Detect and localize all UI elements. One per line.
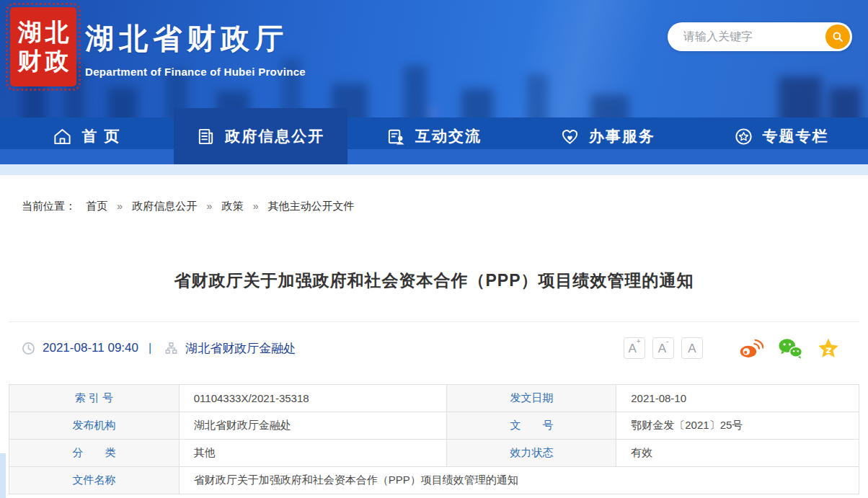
file-name-value: 省财政厅关于加强政府和社会资本合作（PPP）项目绩效管理的通知 (179, 467, 859, 494)
publish-time: 2021-08-11 09:40 (43, 341, 138, 355)
issuing-agency-label: 发布机构 (9, 412, 180, 440)
index-number-label: 索 引 号 (9, 385, 180, 412)
share-icons (725, 337, 840, 359)
breadcrumb-other-docs[interactable]: 其他主动公开文件 (268, 200, 355, 212)
content-area: 当前位置： 首页 » 政府信息公开 » 政策 » 其他主动公开文件 省财政厅关于… (0, 175, 868, 498)
heart-icon (560, 127, 580, 146)
nav-item-label: 专题专栏 (763, 126, 829, 146)
page-edge-decoration (0, 453, 6, 498)
breadcrumb-separator: » (206, 200, 212, 212)
table-row: 发布机构 湖北省财政厅金融处 文 号 鄂财金发〔2021〕25号 (9, 412, 859, 440)
nav-item-label: 互动交流 (415, 126, 482, 146)
font-reset-button[interactable]: A (681, 337, 703, 359)
wechat-share-icon[interactable] (778, 337, 802, 359)
site-logo-seal: 湖北 财政 (10, 7, 76, 86)
site-header: 湖北 财政 湖北省财政厅 Department of Finance of Hu… (0, 0, 868, 117)
weibo-share-icon[interactable] (739, 337, 763, 359)
breadcrumb: 当前位置： 首页 » 政府信息公开 » 政策 » 其他主动公开文件 (22, 200, 361, 213)
home-icon (53, 127, 72, 146)
article-source: 湖北省财政厅金融处 (185, 340, 296, 357)
search-button[interactable] (825, 25, 850, 49)
search-icon (831, 30, 844, 43)
title-divider (9, 321, 859, 322)
nav-item-home[interactable]: 首 页 (0, 108, 174, 164)
font-increase-button[interactable]: A+ (624, 337, 645, 359)
nav-item-label: 政府信息公开 (225, 126, 324, 146)
breadcrumb-policy[interactable]: 政策 (221, 200, 243, 212)
issue-date-label: 发文日期 (447, 385, 616, 412)
nav-item-gov-info[interactable]: 政府信息公开 (174, 108, 347, 164)
table-row: 分 类 其他 效力状态 有效 (9, 440, 859, 467)
breadcrumb-home[interactable]: 首页 (86, 200, 107, 212)
header-bottom-strip (0, 164, 868, 175)
qzone-share-icon[interactable] (817, 337, 840, 359)
article-meta-right: A+ A- A (616, 337, 840, 359)
article-meta-left: 2021-08-11 09:40 | 湖北省财政厅金融处 (22, 340, 296, 357)
issuing-agency-value: 湖北省财政厅金融处 (179, 412, 447, 440)
font-decrease-button[interactable]: A- (652, 337, 674, 359)
document-info-table: 索 引 号 01104333X/2021-35318 发文日期 2021-08-… (9, 384, 859, 494)
validity-status-value: 有效 (616, 440, 859, 467)
file-name-label: 文件名称 (9, 467, 180, 494)
sitemap-icon (164, 342, 178, 355)
meta-separator: | (149, 342, 151, 355)
seal-text-line2: 财政 (14, 48, 73, 74)
seal-text-line1: 湖北 (14, 19, 73, 45)
site-title-block: 湖北省财政厅 Department of Finance of Hubei Pr… (85, 19, 306, 78)
index-number-value: 01104333X/2021-35318 (179, 385, 447, 412)
document-number-label: 文 号 (447, 412, 616, 440)
breadcrumb-separator: » (117, 200, 123, 212)
nav-items: 首 页 政府信息公开 (0, 108, 868, 164)
nav-item-interaction[interactable]: 互动交流 (347, 108, 521, 164)
nav-item-services[interactable]: 办事服务 (521, 108, 694, 164)
validity-status-label: 效力状态 (447, 440, 616, 467)
interaction-icon (386, 127, 406, 146)
star-circle-icon (734, 127, 753, 146)
article-title: 省财政厅关于加强政府和社会资本合作（PPP）项目绩效管理的通知 (0, 270, 868, 292)
document-number-value: 鄂财金发〔2021〕25号 (616, 412, 859, 440)
nav-item-topics[interactable]: 专题专栏 (694, 108, 868, 164)
nav-item-label: 办事服务 (589, 126, 655, 146)
issue-date-value: 2021-08-10 (616, 385, 859, 412)
breadcrumb-separator: » (253, 200, 259, 212)
newspaper-icon (196, 127, 216, 146)
site-subtitle: Department of Finance of Hubei Province (85, 66, 306, 78)
breadcrumb-prefix: 当前位置： (22, 200, 76, 212)
page: 湖北 财政 湖北省财政厅 Department of Finance of Hu… (0, 0, 868, 498)
clock-icon (22, 342, 35, 355)
site-title: 湖北省财政厅 (85, 19, 306, 58)
main-nav: 首 页 政府信息公开 (0, 108, 868, 164)
table-row: 索 引 号 01104333X/2021-35318 发文日期 2021-08-… (9, 385, 859, 412)
article-meta-row: 2021-08-11 09:40 | 湖北省财政厅金融处 A+ A- A (22, 332, 840, 364)
nav-item-label: 首 页 (81, 126, 120, 146)
category-value: 其他 (179, 440, 447, 467)
category-label: 分 类 (9, 440, 180, 467)
search-box (668, 22, 852, 51)
table-row: 文件名称 省财政厅关于加强政府和社会资本合作（PPP）项目绩效管理的通知 (9, 467, 859, 494)
breadcrumb-gov-info[interactable]: 政府信息公开 (132, 200, 197, 212)
